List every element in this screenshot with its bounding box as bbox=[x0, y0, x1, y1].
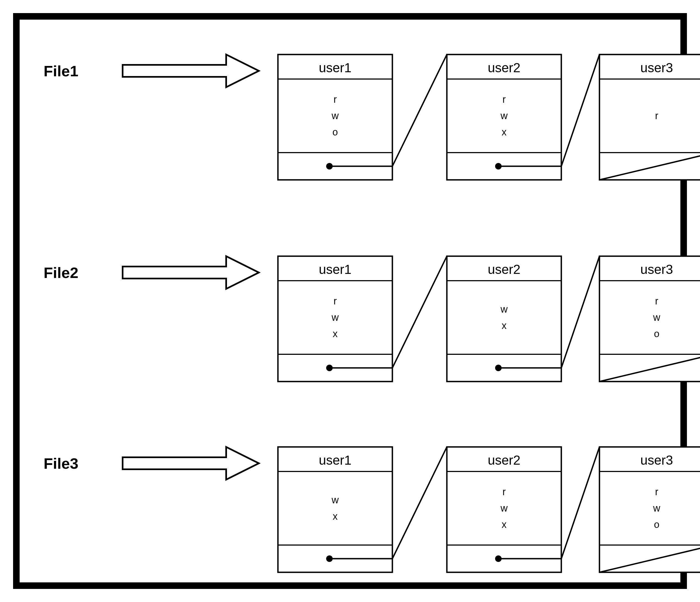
node-user-label: user3 bbox=[640, 60, 673, 75]
node-perm: w bbox=[500, 503, 508, 514]
node-perm: r bbox=[655, 295, 658, 307]
file-arrow bbox=[123, 54, 259, 87]
node-perm: r bbox=[502, 486, 506, 497]
node-perm: x bbox=[333, 328, 338, 339]
node-perm: w bbox=[500, 110, 508, 121]
node-user-label: user3 bbox=[640, 453, 673, 467]
pointer-link bbox=[392, 256, 447, 368]
node-perm: r bbox=[502, 94, 506, 105]
node-perm: r bbox=[655, 110, 658, 121]
file-label: File1 bbox=[44, 62, 78, 80]
node-perm: o bbox=[332, 126, 338, 137]
node-user-label: user2 bbox=[488, 262, 520, 277]
node-perm: x bbox=[502, 126, 506, 137]
node-perm: x bbox=[502, 519, 506, 530]
node-user-label: user2 bbox=[488, 453, 520, 467]
file-label: File2 bbox=[44, 264, 78, 281]
node-perm: w bbox=[653, 503, 660, 514]
node-user-label: user1 bbox=[319, 453, 351, 467]
file-label: File3 bbox=[44, 455, 78, 472]
file-arrow bbox=[123, 447, 259, 480]
node-perm: r bbox=[333, 295, 337, 307]
node-user-label: user2 bbox=[488, 60, 520, 75]
pointer-link bbox=[392, 447, 447, 559]
node-perm: r bbox=[655, 486, 658, 497]
node-perm: w bbox=[331, 312, 339, 323]
node-perm: x bbox=[333, 511, 338, 522]
pointer-link bbox=[561, 447, 599, 559]
node-user-label: user1 bbox=[319, 60, 351, 75]
node-user-label: user1 bbox=[319, 262, 351, 277]
node-perm: w bbox=[331, 494, 339, 505]
pointer-link bbox=[561, 256, 599, 368]
node-perm: o bbox=[654, 328, 659, 339]
node-user-label: user3 bbox=[640, 262, 673, 277]
file-arrow bbox=[123, 256, 259, 289]
node-perm: x bbox=[502, 320, 506, 331]
pointer-link bbox=[561, 54, 599, 166]
acl-diagram: File1user1rwouser2rwxuser3rFile2user1rwx… bbox=[0, 0, 700, 602]
node-perm: r bbox=[333, 94, 337, 105]
pointer-link bbox=[392, 54, 447, 166]
node-perm: w bbox=[500, 304, 508, 315]
node-perm: w bbox=[653, 312, 660, 323]
node-perm: w bbox=[331, 110, 339, 121]
node-perm: o bbox=[654, 519, 659, 530]
